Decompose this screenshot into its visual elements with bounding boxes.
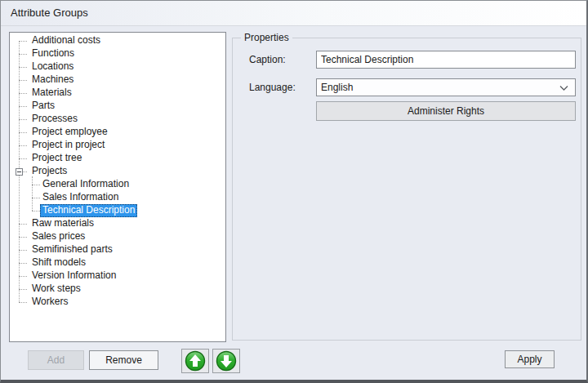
window-titlebar: Attribute Groups (1, 1, 586, 26)
tree-connector-line (19, 80, 27, 81)
tree-item[interactable]: General Information (40, 178, 131, 191)
tree-connector-line (19, 67, 27, 68)
tree-connector-line (19, 54, 27, 55)
apply-button[interactable]: Apply (505, 350, 555, 368)
tree-connector-line (19, 132, 27, 133)
tree-connector-line (32, 176, 33, 211)
tree-item[interactable]: Sales prices (29, 230, 87, 243)
tree-item[interactable]: Materials (29, 87, 74, 100)
caption-input[interactable] (316, 51, 576, 69)
arrow-down-icon (216, 350, 237, 372)
language-select[interactable]: English (316, 78, 576, 96)
tree-connector-line (32, 211, 40, 212)
properties-groupbox: Properties Caption: Language: English Ad… (232, 38, 581, 341)
window-title: Attribute Groups (11, 1, 88, 25)
move-down-button[interactable] (212, 349, 240, 373)
tree-connector-line (19, 93, 27, 94)
tree-connector-line (19, 237, 27, 238)
add-button[interactable]: Add (28, 350, 84, 370)
tree-connector-line (19, 106, 27, 107)
tree-item[interactable]: Project employee (29, 126, 110, 139)
tree-connector-line (19, 145, 27, 146)
tree-collapse-toggle[interactable] (16, 168, 23, 176)
tree-connector-line (19, 158, 27, 159)
tree-connector-line (32, 198, 40, 198)
tree-item[interactable]: Functions (29, 47, 77, 60)
properties-group-title: Properties (241, 32, 292, 43)
tree-connector-line (19, 302, 27, 303)
tree-item[interactable]: Work steps (29, 283, 83, 296)
tree-item[interactable]: Parts (29, 100, 57, 113)
language-selected-value: English (321, 82, 353, 93)
tree-connector-line (19, 224, 27, 225)
tree-connector-line (19, 41, 27, 42)
tree-item[interactable]: Projects (29, 165, 69, 178)
attribute-groups-window: Attribute Groups Additional costsFunctio… (0, 0, 588, 383)
tree-item[interactable]: Machines (29, 73, 76, 87)
administer-rights-button[interactable]: Administer Rights (316, 101, 576, 121)
tree-item[interactable]: Processes (29, 113, 80, 126)
tree-item[interactable]: Additional costs (29, 34, 103, 47)
tree-connector-line (32, 185, 40, 185)
remove-button[interactable]: Remove (89, 350, 158, 370)
tree-item[interactable]: Locations (29, 60, 76, 73)
dialog-content: Additional costsFunctionsLocationsMachin… (1, 26, 586, 380)
tree-connector-line (19, 289, 27, 290)
tree-item[interactable]: Sales Information (40, 191, 121, 204)
arrow-up-icon (185, 350, 206, 372)
tree-item[interactable]: Technical Description (40, 204, 137, 217)
tree-connector-line (19, 250, 27, 251)
tree-connector-line (19, 263, 27, 264)
tree-item[interactable]: Raw materials (29, 217, 96, 230)
tree-item[interactable]: Project tree (29, 152, 84, 165)
tree-item[interactable]: Shift models (29, 256, 88, 269)
tree-connector-line (19, 119, 27, 120)
attribute-groups-tree[interactable]: Additional costsFunctionsLocationsMachin… (9, 32, 226, 342)
language-label: Language: (249, 78, 296, 96)
tree-item[interactable]: Workers (29, 296, 70, 309)
tree-item[interactable]: Version Information (29, 269, 118, 283)
tree-item[interactable]: Semifinished parts (29, 243, 115, 256)
tree-item[interactable]: Project in project (29, 139, 107, 152)
chevron-down-icon (559, 86, 568, 91)
tree-connector-line (19, 276, 27, 277)
caption-label: Caption: (249, 51, 286, 69)
move-up-button[interactable] (181, 349, 209, 373)
